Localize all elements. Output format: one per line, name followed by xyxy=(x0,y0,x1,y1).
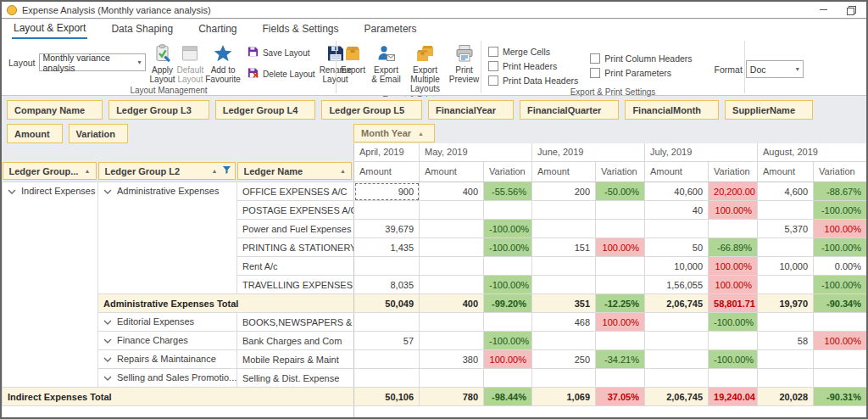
field-chip-variation[interactable]: Variation xyxy=(69,124,128,143)
amount-cell[interactable]: 380 xyxy=(420,350,484,369)
field-chip-company-name[interactable]: Company Name xyxy=(7,100,103,120)
variation-cell[interactable]: -100.00% xyxy=(709,350,758,369)
amount-cell[interactable]: 250 xyxy=(532,350,596,369)
amount-cell[interactable] xyxy=(420,220,484,238)
amount-cell[interactable] xyxy=(532,220,596,238)
variation-cell[interactable]: 19,240.04 xyxy=(709,388,758,406)
variation-cell[interactable]: -100.00% xyxy=(814,276,867,294)
variation-cell[interactable] xyxy=(814,369,867,388)
expand-chevron-icon[interactable] xyxy=(103,186,112,196)
amount-cell[interactable] xyxy=(420,369,484,388)
checkbox-box[interactable] xyxy=(590,68,600,78)
ledger-name-cell[interactable]: TRAVELLING EXPENSES A/C xyxy=(237,276,354,294)
amount-cell[interactable] xyxy=(354,201,420,220)
amount-cell[interactable]: 2,06,745 xyxy=(645,294,709,313)
amount-cell[interactable]: 19,970 xyxy=(758,294,814,313)
default-layout-button[interactable]: Default Layout xyxy=(177,42,204,84)
expand-chevron-icon[interactable] xyxy=(103,335,112,345)
amount-cell[interactable] xyxy=(758,369,814,388)
variation-cell[interactable]: -98.44% xyxy=(484,388,532,406)
ledger-name-cell[interactable]: Bank Charges and Com xyxy=(237,332,354,350)
delete-layout-button[interactable]: Delete Layout xyxy=(247,66,315,82)
add-to-favourite-button[interactable]: Add to Favourite xyxy=(205,42,241,84)
variation-cell[interactable] xyxy=(814,350,867,369)
amount-cell[interactable]: 10,000 xyxy=(758,257,814,276)
amount-cell[interactable]: 351 xyxy=(532,294,596,313)
variation-cell[interactable] xyxy=(596,332,645,350)
row-header-ledger-group[interactable]: Ledger Group...▲ xyxy=(3,161,98,182)
expand-chevron-icon[interactable] xyxy=(103,316,112,327)
measure-header-june-2019-variation[interactable]: Variation xyxy=(596,161,645,182)
tab-fields-settings[interactable]: Fields & Settings xyxy=(260,20,340,38)
measure-header-august-2019-variation[interactable]: Variation xyxy=(814,161,867,182)
amount-cell[interactable] xyxy=(532,369,596,388)
variation-cell[interactable] xyxy=(709,332,758,350)
amount-cell[interactable]: 1,069 xyxy=(532,388,596,406)
measure-header-april-2019-amount[interactable]: Amount xyxy=(354,161,420,182)
variation-cell[interactable]: -100.00% xyxy=(484,238,532,257)
ledger-name-cell[interactable]: Rent A/c xyxy=(237,257,354,276)
variation-cell[interactable]: -88.67% xyxy=(814,182,867,201)
ledger-name-cell[interactable]: Power and Fuel Expenses xyxy=(237,220,354,238)
row-header-ledger-group-l2[interactable]: Ledger Group L2▲ xyxy=(98,161,237,182)
total-label-cell[interactable]: Administrative Expenses Total xyxy=(98,294,354,313)
group-cell-indirect-expenses[interactable]: Indirect Expenses xyxy=(3,182,98,388)
amount-cell[interactable]: 468 xyxy=(532,313,596,332)
ledger-name-cell[interactable]: BOOKS,NEWSPAPERS & PE... xyxy=(237,313,354,332)
amount-cell[interactable]: 151 xyxy=(532,238,596,257)
variation-cell[interactable]: -66.89% xyxy=(709,238,758,257)
variation-cell[interactable]: -100.00% xyxy=(484,220,532,238)
variation-cell[interactable]: 100.00% xyxy=(596,313,645,332)
amount-cell[interactable]: 780 xyxy=(420,388,484,406)
amount-cell[interactable]: 40 xyxy=(645,201,709,220)
amount-cell[interactable] xyxy=(532,276,596,294)
variation-cell[interactable]: 100.00% xyxy=(484,350,532,369)
variation-cell[interactable]: 37.05% xyxy=(596,388,645,406)
amount-cell[interactable]: 1,56,055 xyxy=(645,276,709,294)
variation-cell[interactable] xyxy=(596,257,645,276)
expand-chevron-icon[interactable] xyxy=(103,372,112,383)
checkbox-print-data-headers[interactable]: Print Data Headers xyxy=(488,75,578,86)
checkbox-box[interactable] xyxy=(488,61,498,71)
ledger-name-cell[interactable]: PRINTING & STATIONERY A... xyxy=(237,238,354,257)
amount-cell[interactable]: 58 xyxy=(758,332,814,350)
amount-cell[interactable]: 57 xyxy=(354,332,420,350)
group-cell-editorial-expenses[interactable]: Editorial Expenses xyxy=(98,313,237,332)
ledger-name-cell[interactable]: OFFICE EXPENSES A/C xyxy=(237,182,354,201)
amount-cell[interactable] xyxy=(532,201,596,220)
format-select[interactable]: Doc ▾ xyxy=(746,60,804,78)
measure-header-may-2019-variation[interactable]: Variation xyxy=(484,161,532,182)
amount-cell[interactable] xyxy=(420,201,484,220)
field-chip-ledger-group-l3[interactable]: Ledger Group L3 xyxy=(108,100,209,120)
amount-cell[interactable]: 900 xyxy=(354,182,420,201)
amount-cell[interactable]: 10,000 xyxy=(645,257,709,276)
amount-cell[interactable] xyxy=(532,257,596,276)
amount-cell[interactable]: 200 xyxy=(532,182,596,201)
tab-charting[interactable]: Charting xyxy=(197,20,238,38)
apply-layout-button[interactable]: Apply Layout xyxy=(150,42,175,84)
export-email-button[interactable]: Export & Email xyxy=(370,42,402,84)
amount-cell[interactable] xyxy=(354,369,420,388)
amount-cell[interactable] xyxy=(420,332,484,350)
amount-cell[interactable] xyxy=(354,350,420,369)
variation-cell[interactable] xyxy=(814,313,867,332)
amount-cell[interactable] xyxy=(420,276,484,294)
field-chip-ledger-group-l4[interactable]: Ledger Group L4 xyxy=(215,100,316,120)
column-header-may-2019[interactable]: May, 2019 xyxy=(420,143,532,161)
variation-cell[interactable]: 100.00% xyxy=(709,201,758,220)
save-layout-button[interactable]: Save Layout xyxy=(247,45,315,61)
total-label-cell[interactable]: Indirect Expenses Total xyxy=(3,388,354,406)
amount-cell[interactable] xyxy=(420,313,484,332)
column-header-august-2019[interactable]: August, 2019 xyxy=(758,143,867,161)
amount-cell[interactable] xyxy=(758,313,814,332)
amount-cell[interactable] xyxy=(645,350,709,369)
amount-cell[interactable]: 400 xyxy=(420,294,484,313)
variation-cell[interactable] xyxy=(596,220,645,238)
ledger-name-cell[interactable]: Selling & Dist. Expense xyxy=(237,369,354,388)
variation-cell[interactable] xyxy=(596,201,645,220)
field-chip-financialquarter[interactable]: FinancialQuarter xyxy=(520,100,619,120)
variation-cell[interactable] xyxy=(596,276,645,294)
group-cell-selling-and-sales-promotio[interactable]: Selling and Sales Promotio... xyxy=(98,369,237,388)
amount-cell[interactable] xyxy=(354,257,420,276)
variation-cell[interactable]: -50.00% xyxy=(596,182,645,201)
